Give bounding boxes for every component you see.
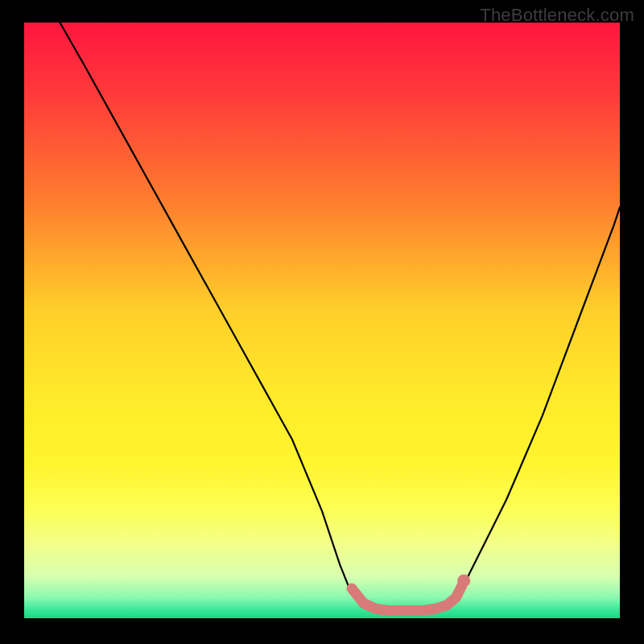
chart-svg [24,23,620,618]
plot-area [24,23,620,618]
valley-endpoint-dot [457,574,470,587]
chart-frame: TheBottleneck.com [0,0,644,644]
attribution-text: TheBottleneck.com [480,5,634,26]
gradient-background [24,23,620,618]
